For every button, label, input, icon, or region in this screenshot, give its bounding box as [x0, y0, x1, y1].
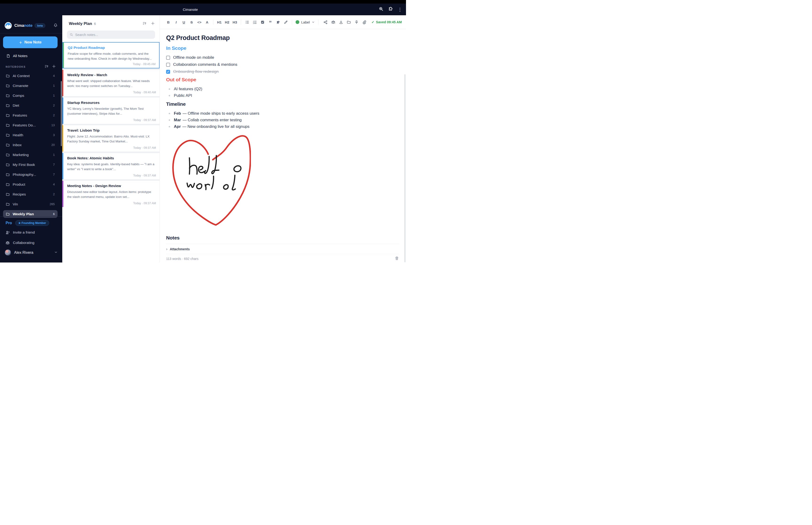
- note-accent: [62, 97, 63, 124]
- extensions-puzzle-icon[interactable]: [388, 7, 393, 12]
- sidebar-divider: [0, 33, 62, 33]
- collaborators-button[interactable]: [330, 18, 337, 26]
- folder-icon: [6, 133, 10, 137]
- attachments-toggle[interactable]: › Attachments: [166, 244, 399, 254]
- note-card-startup-resources[interactable]: Startup Resources YC library, Lenny's Ne…: [62, 97, 159, 124]
- editor-content[interactable]: Q2 Product Roadmap In Scope Offline mode…: [160, 29, 406, 262]
- sidebar-item-my-first-book[interactable]: My First Book7: [3, 161, 58, 168]
- note-card-weekly-review[interactable]: Weekly Review - March What went well: sh…: [62, 70, 159, 96]
- note-card-travel-lisbon[interactable]: Travel: Lisbon Trip Flight: June 12. Acc…: [62, 125, 159, 152]
- strikethrough-button[interactable]: S: [188, 18, 195, 26]
- folder-icon: [6, 104, 10, 107]
- add-notebook-icon[interactable]: [52, 64, 56, 69]
- pin-button[interactable]: [353, 18, 360, 26]
- window-top-strip: [0, 0, 406, 3]
- sidebar-item-marketing[interactable]: Marketing1: [3, 151, 58, 159]
- note-card-book-notes[interactable]: Book Notes: Atomic Habits Key idea: syst…: [62, 153, 159, 179]
- notifications-bell-icon[interactable]: [53, 23, 58, 28]
- editor-scrollbar[interactable]: [404, 74, 405, 262]
- checklist-item: Offline mode on mobile: [166, 54, 399, 61]
- blockquote-button[interactable]: ”: [267, 18, 274, 26]
- sort-notes-icon[interactable]: [143, 21, 147, 26]
- sidebar-item-cimanote[interactable]: Cimanote1: [3, 82, 58, 90]
- bullet-dot: [169, 126, 170, 127]
- sidebar-item-features-do[interactable]: Features Do...13: [3, 121, 58, 129]
- label-color-dot: [295, 20, 299, 24]
- note-timestamp: Today · 09:40 AM: [133, 91, 156, 94]
- pro-plan-label: Pro: [6, 221, 12, 225]
- heading3-button[interactable]: H3: [231, 18, 238, 26]
- checkbox-checked[interactable]: ✓: [166, 70, 170, 74]
- sidebar-item-ai-context[interactable]: AI Context4: [3, 72, 58, 80]
- chevron-down-icon: [54, 251, 58, 255]
- sidebar-scrollbar[interactable]: [61, 81, 62, 146]
- notebooks-header: NOTEBOOKS: [6, 65, 26, 68]
- add-note-icon[interactable]: [151, 21, 155, 26]
- italic-button[interactable]: I: [173, 18, 180, 26]
- checkbox-unchecked[interactable]: [166, 63, 170, 67]
- plan-row: Pro ★ Founding Member: [6, 220, 49, 226]
- numbered-list-button[interactable]: 123: [251, 18, 258, 26]
- sidebar-item-recipes[interactable]: Recipes2: [3, 190, 58, 198]
- delete-note-trash-button[interactable]: [395, 256, 399, 261]
- svg-text:3: 3: [253, 23, 254, 24]
- sidebar-item-features[interactable]: Features2: [3, 111, 58, 119]
- beta-badge: beta: [34, 23, 45, 28]
- notes-heading: Notes: [166, 235, 399, 241]
- sidebar-item-comps[interactable]: Comps1: [3, 92, 58, 100]
- checkbox-unchecked[interactable]: [166, 56, 170, 60]
- bullet-list-button[interactable]: [244, 18, 250, 26]
- heading2-button[interactable]: H2: [224, 18, 230, 26]
- save-status: ✓ Saved 09:45 AM: [371, 20, 402, 24]
- download-button[interactable]: [338, 18, 344, 26]
- bullet-dot: [169, 88, 170, 90]
- sidebar-item-vin[interactable]: Vin265: [3, 200, 58, 208]
- zoom-in-icon[interactable]: [379, 7, 383, 12]
- draw-pencil-button[interactable]: [282, 18, 289, 26]
- heading1-button[interactable]: H1: [216, 18, 223, 26]
- note-timestamp: Today · 09:37 AM: [133, 201, 156, 205]
- note-timestamp: Today · 09:37 AM: [133, 146, 156, 149]
- user-account-button[interactable]: Alex Rivera: [5, 249, 58, 256]
- sidebar-item-product[interactable]: Product4: [3, 180, 58, 188]
- checklist-item: Collaboration comments & mentions: [166, 61, 399, 68]
- sidebar-item-weekly-plan[interactable]: Weekly Plan6: [3, 210, 58, 218]
- note-timestamp: Today · 09:45 AM: [133, 62, 155, 66]
- note-list-title: Weekly Plan: [69, 21, 92, 26]
- new-note-button[interactable]: + New Note: [3, 36, 58, 48]
- bullet-dot: [169, 113, 170, 114]
- word-count: 113 words · 692 chars: [166, 257, 198, 260]
- code-button[interactable]: <>: [196, 18, 203, 26]
- note-card-q2-product-roadmap[interactable]: Q2 Product Roadmap Finalize scope for of…: [62, 42, 159, 69]
- sidebar-item-inbox[interactable]: Inbox20: [3, 141, 58, 149]
- sidebar-item-all-notes[interactable]: All Notes: [3, 52, 58, 60]
- sidebar-item-diet[interactable]: Diet2: [3, 102, 58, 109]
- bold-button[interactable]: B: [165, 18, 172, 26]
- browser-menu-icon[interactable]: ⋮: [398, 7, 402, 12]
- out-of-scope-heading: Out of Scope: [166, 77, 399, 82]
- search-bar[interactable]: [67, 31, 155, 39]
- callout-cup-button[interactable]: [275, 18, 281, 26]
- task-list-button[interactable]: [259, 18, 266, 26]
- sidebar-item-photography[interactable]: Photography...7: [3, 170, 58, 178]
- attachment-paperclip-button[interactable]: [361, 18, 368, 26]
- share-button[interactable]: [322, 18, 329, 26]
- invite-a-friend-button[interactable]: Invite a friend: [6, 230, 35, 235]
- sort-notebooks-icon[interactable]: [45, 64, 49, 69]
- check-icon: ✓: [371, 20, 374, 24]
- founding-member-badge: ★ Founding Member: [15, 220, 49, 226]
- label-selector[interactable]: Label: [294, 19, 316, 25]
- timeline-item: Feb— Offline mode ships to early access …: [166, 110, 399, 117]
- underline-button[interactable]: U: [181, 18, 187, 26]
- user-name: Alex Rivera: [14, 251, 33, 255]
- sidebar-item-health[interactable]: Health3: [3, 131, 58, 139]
- note-cards: Q2 Product Roadmap Finalize scope for of…: [62, 42, 159, 207]
- note-card-meeting-notes[interactable]: Meeting Notes - Design Review Discussed …: [62, 181, 159, 207]
- search-input[interactable]: [75, 33, 152, 37]
- collaborating-button[interactable]: Collaborating: [6, 241, 34, 245]
- folder-icon: [6, 193, 10, 196]
- folder-icon: [6, 183, 10, 186]
- move-to-folder-button[interactable]: [346, 18, 352, 26]
- text-color-button[interactable]: A: [204, 18, 211, 26]
- search-icon: [70, 33, 73, 36]
